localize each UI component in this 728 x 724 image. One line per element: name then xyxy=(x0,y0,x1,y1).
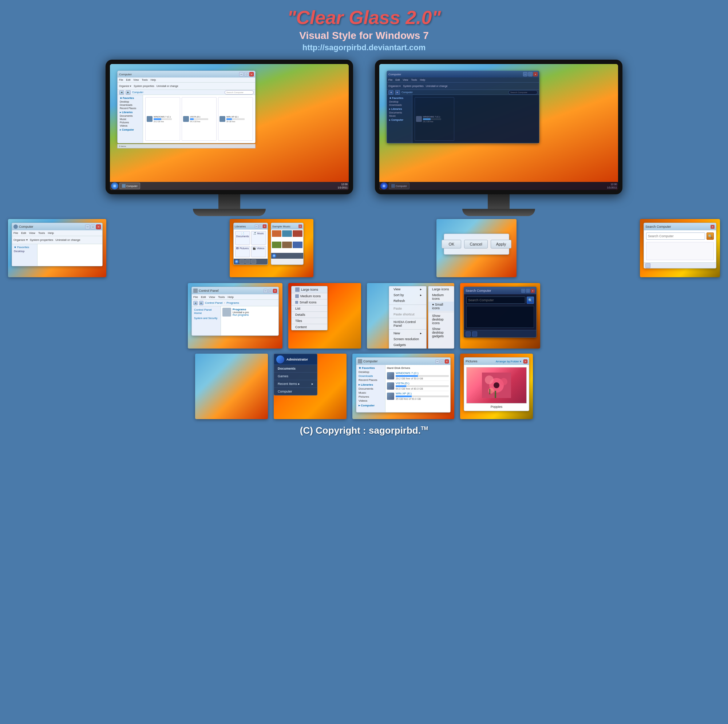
cp-help[interactable]: Help xyxy=(228,295,234,299)
sidebar-recent[interactable]: Recent Places xyxy=(118,107,143,110)
ctx-details[interactable]: Details xyxy=(292,312,327,318)
row1-file[interactable]: File xyxy=(14,231,18,235)
drive-c[interactable]: WINDOWS 7 (C:) 29.2 GB free xyxy=(145,97,180,141)
start-r-computer[interactable]: Computer xyxy=(274,389,317,394)
ok-button[interactable]: OK xyxy=(442,240,461,249)
ctx-content[interactable]: Content xyxy=(292,324,327,330)
ctx-medium-icons[interactable]: Medium Icons xyxy=(292,293,327,299)
sidebar-pictures[interactable]: Pictures xyxy=(118,121,143,124)
drives-lib-pics[interactable]: Pictures xyxy=(356,395,385,399)
search2-close[interactable]: × xyxy=(531,289,535,293)
menu-help[interactable]: Help xyxy=(151,79,156,81)
ctx-new[interactable]: New ▸ xyxy=(389,330,426,336)
cp-back-btn[interactable]: ◄ xyxy=(193,301,198,305)
drives-min[interactable]: ─ xyxy=(435,359,439,364)
right-system-props[interactable]: System properties xyxy=(403,85,423,87)
ctx-paste-shortcut[interactable]: Paste shortcut xyxy=(389,312,426,317)
drives-lib-music[interactable]: Music xyxy=(356,391,385,395)
lib-videos-item[interactable]: 🎬 Videos xyxy=(251,246,266,257)
search2-min[interactable]: ─ xyxy=(521,289,525,293)
sidebar-downloads[interactable]: Downloads xyxy=(118,103,143,107)
right-desktop[interactable]: Desktop xyxy=(387,100,412,103)
drives-recent[interactable]: Recent Places xyxy=(356,378,385,382)
search1-btn[interactable]: 🔍 xyxy=(707,232,714,240)
cp-max[interactable]: □ xyxy=(268,289,272,293)
vsub-show-gadgets[interactable]: Show desktop gadgets xyxy=(428,326,454,339)
ctx-tiles[interactable]: Tiles xyxy=(292,318,327,324)
right-docs[interactable]: Documents xyxy=(387,111,412,114)
ctx-refresh[interactable]: Refresh xyxy=(389,298,426,304)
right-max-btn[interactable]: □ xyxy=(528,72,532,76)
sidebar-desktop[interactable]: Desktop xyxy=(118,100,143,103)
right-close-btn[interactable]: × xyxy=(533,72,538,76)
ctx-view[interactable]: View ▸ xyxy=(389,286,426,292)
lib-docs-item[interactable]: 📄 Documents xyxy=(235,231,250,245)
right-menu-help[interactable]: Help xyxy=(420,79,425,81)
programs-run[interactable]: Run programs xyxy=(232,314,249,316)
drive-e-row[interactable]: WIN-XP (E:) 35 GB free of 50.0 GB xyxy=(387,391,449,401)
cp-tools[interactable]: Tools xyxy=(218,295,225,299)
nav-forward-btn[interactable]: ► xyxy=(125,90,131,95)
left-taskbar-item1[interactable]: Computer xyxy=(119,183,140,189)
ctx-sort[interactable]: Sort by ▸ xyxy=(389,292,426,298)
right-menu-edit[interactable]: Edit xyxy=(395,79,400,81)
right-uninstall[interactable]: Uninstall or change xyxy=(426,85,448,87)
vsub-large[interactable]: Large icons xyxy=(428,286,454,292)
uninstall-btn[interactable]: Uninstall or change xyxy=(156,85,178,87)
right-favorites[interactable]: ★ Favorites xyxy=(387,96,412,100)
row1-max[interactable]: □ xyxy=(91,225,95,229)
drive-d[interactable]: VISTA (D:) 64.0 GB free xyxy=(182,97,217,141)
drives-lib-docs[interactable]: Documents xyxy=(356,387,385,391)
right-menu-file[interactable]: File xyxy=(388,79,392,81)
cp-view[interactable]: View xyxy=(209,295,215,299)
start-r-games[interactable]: Games xyxy=(274,373,317,379)
sidebar-docs[interactable]: Documents xyxy=(118,114,143,118)
cp-bc-2[interactable]: Programs xyxy=(226,301,239,304)
right-nav-back[interactable]: ◄ xyxy=(388,90,393,95)
lib-max[interactable]: □ xyxy=(259,225,262,228)
search2-input[interactable] xyxy=(466,296,525,304)
drives-fav[interactable]: ★ Favorites xyxy=(356,366,385,370)
photo-close[interactable]: × xyxy=(523,359,528,364)
row1-view[interactable]: View xyxy=(29,231,35,235)
right-downloads[interactable]: Downloads xyxy=(387,103,412,107)
right-menu-tools[interactable]: Tools xyxy=(411,79,417,81)
ctx-small-icons[interactable]: Small Icons xyxy=(292,299,327,305)
row1-min[interactable]: ─ xyxy=(85,225,90,229)
row1-organize[interactable]: Organize ▾ xyxy=(14,238,28,241)
cp-home-link[interactable]: Control Panel Home xyxy=(193,307,219,315)
menu-view[interactable]: View xyxy=(133,79,139,81)
ctx-personalize[interactable]: Personalize xyxy=(389,348,426,348)
header-url[interactable]: http://sagorpirbd.deviantart.com xyxy=(0,43,728,52)
row1-fav[interactable]: ★ Favorites xyxy=(12,245,37,249)
drives-computer-link[interactable]: ▸ Computer xyxy=(356,403,385,408)
right-taskbar-item[interactable]: Computer xyxy=(389,183,410,189)
system-props-btn[interactable]: System properties xyxy=(134,85,154,87)
maximize-btn[interactable]: □ xyxy=(244,72,249,76)
cp-file[interactable]: File xyxy=(193,295,198,299)
cp-min[interactable]: ─ xyxy=(263,289,268,293)
vsub-small[interactable]: ● Small icons xyxy=(428,302,454,311)
sidebar-computer[interactable]: ▸ Computer xyxy=(118,128,143,132)
menu-file[interactable]: File xyxy=(119,79,123,81)
programs-uninstall[interactable]: Uninstall a pro xyxy=(232,311,249,314)
minimize-btn[interactable]: ─ xyxy=(239,72,243,76)
right-music[interactable]: Music xyxy=(387,114,412,118)
row1-desk[interactable]: Desktop xyxy=(12,249,37,253)
right-min-btn[interactable]: ─ xyxy=(523,72,528,76)
music-close[interactable]: × xyxy=(298,225,302,228)
poppies-photo[interactable] xyxy=(466,367,527,403)
ctx-large-icons[interactable]: Large Icons xyxy=(292,286,327,293)
lib-pics-item[interactable]: 🖼 Pictures xyxy=(235,246,250,257)
cp-close[interactable]: × xyxy=(273,289,277,293)
start-r-recent[interactable]: Recent Items ▸ ▸ xyxy=(274,381,317,387)
right-search-bar[interactable]: Search Computer xyxy=(509,90,538,95)
cp-fwd-btn[interactable]: ► xyxy=(199,301,203,305)
search1-input[interactable] xyxy=(646,232,705,240)
drives-max[interactable]: □ xyxy=(440,359,444,364)
right-menu-view[interactable]: View xyxy=(402,79,408,81)
menu-tools[interactable]: Tools xyxy=(142,79,147,81)
left-start-btn[interactable]: ⊞ xyxy=(111,182,118,189)
organize-btn[interactable]: Organize ▾ xyxy=(119,85,132,88)
search2-btn[interactable]: 🔍 xyxy=(527,296,534,304)
